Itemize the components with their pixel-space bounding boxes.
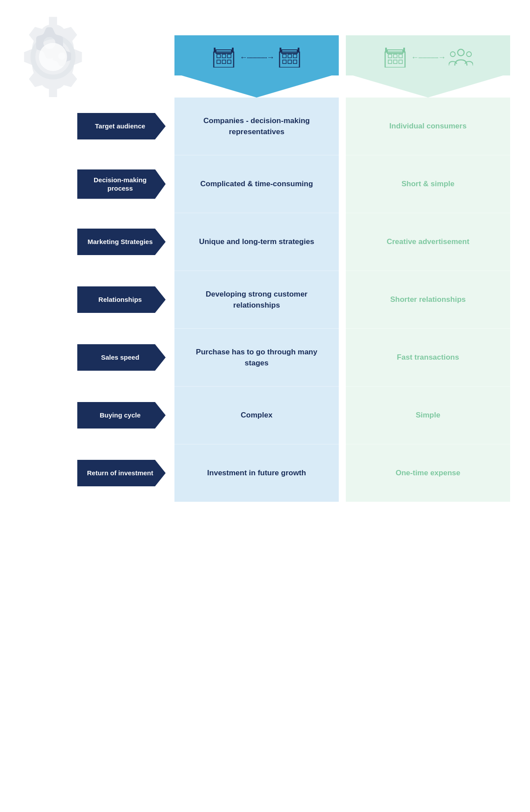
b2c-chevron (353, 75, 503, 98)
content-area: Target audienceDecision-making processMa… (77, 98, 510, 502)
b2b-cell-5: Complex (174, 387, 339, 444)
b2c-cell-1: Short & simple (346, 155, 510, 213)
svg-rect-21 (283, 60, 286, 64)
label-row-6: Return of investment (77, 444, 174, 502)
b2c-cell-6: One-time expense (346, 444, 510, 502)
b2b-content: Companies - decision-making representati… (174, 98, 339, 502)
label-badge-0: Target audience (77, 113, 166, 139)
svg-rect-19 (288, 54, 292, 58)
label-row-5: Buying cycle (77, 387, 174, 444)
svg-rect-24 (280, 48, 281, 52)
svg-rect-32 (394, 60, 397, 64)
gear-decoration (9, 9, 97, 97)
svg-rect-22 (288, 60, 292, 64)
svg-rect-9 (222, 54, 226, 58)
b2c-column-header: ←···············→ (346, 35, 510, 98)
b2c-cell-5: Simple (346, 387, 510, 444)
b2b-cell-1: Complicated & time-consuming (174, 155, 339, 213)
svg-rect-29 (394, 54, 397, 58)
b2b-cell-2: Unique and long-term strategies (174, 213, 339, 271)
b2c-cell-0: Individual consumers (346, 98, 510, 155)
svg-rect-15 (232, 48, 234, 52)
svg-rect-11 (217, 60, 220, 64)
label-badge-4: Sales speed (77, 344, 166, 371)
svg-rect-18 (283, 54, 286, 58)
b2b-column-header: ←···············→ (174, 35, 339, 98)
b2c-arrow-icon: ←···············→ (411, 53, 445, 62)
svg-rect-12 (222, 60, 226, 64)
svg-rect-14 (214, 48, 216, 52)
b2c-content: Individual consumersShort & simpleCreati… (346, 98, 510, 502)
b2c-building-icon (383, 48, 407, 68)
b2c-cell-4: Fast transactions (346, 329, 510, 386)
svg-rect-23 (293, 60, 297, 64)
svg-rect-25 (298, 48, 299, 52)
b2c-icon-row: ←···············→ (383, 44, 473, 68)
label-row-4: Sales speed (77, 329, 174, 386)
b2b-cell-0: Companies - decision-making representati… (174, 98, 339, 155)
svg-rect-13 (227, 60, 231, 64)
svg-rect-28 (388, 54, 392, 58)
label-row-2: Marketing Strategies (77, 213, 174, 271)
b2b-arrow-icon: ←···············→ (239, 53, 273, 62)
svg-point-37 (450, 52, 455, 56)
b2c-people-icon (449, 48, 473, 68)
label-badge-6: Return of investment (77, 460, 166, 486)
svg-rect-30 (399, 54, 402, 58)
svg-rect-35 (403, 48, 405, 52)
label-row-0: Target audience (77, 98, 174, 155)
svg-rect-20 (293, 54, 297, 58)
b2b-cell-6: Investment in future growth (174, 444, 339, 502)
label-badge-5: Buying cycle (77, 402, 166, 429)
svg-rect-10 (227, 54, 231, 58)
svg-rect-31 (388, 60, 392, 64)
label-row-3: Relationships (77, 271, 174, 328)
b2b-building-left-icon (212, 48, 236, 68)
svg-rect-34 (385, 48, 387, 52)
b2c-cell-3: Shorter relationships (346, 271, 510, 328)
svg-point-38 (466, 52, 471, 56)
label-row-1: Decision-making process (77, 155, 174, 213)
b2c-cell-2: Creative advertisement (346, 213, 510, 271)
svg-rect-8 (217, 54, 220, 58)
svg-point-4 (39, 43, 67, 71)
label-badge-2: Marketing Strategies (77, 229, 166, 255)
svg-rect-33 (399, 60, 402, 64)
b2b-building-right-icon (277, 48, 302, 68)
b2b-icon-row: ←···············→ (212, 44, 301, 68)
b2b-cell-3: Developing strong customer relationships (174, 271, 339, 328)
svg-point-36 (458, 49, 464, 56)
b2b-cell-4: Purchase has to go through many stages (174, 329, 339, 386)
label-badge-1: Decision-making process (77, 169, 166, 199)
label-badge-3: Relationships (77, 286, 166, 313)
labels-column: Target audienceDecision-making processMa… (77, 98, 174, 502)
b2b-chevron (182, 75, 332, 98)
